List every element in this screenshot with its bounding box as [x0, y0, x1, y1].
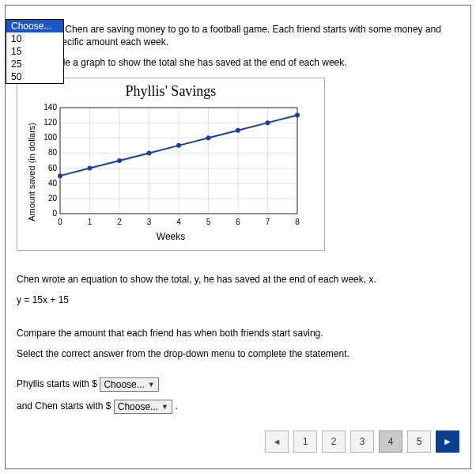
- chen-equation: y = 15x + 15: [17, 294, 459, 306]
- dropdown-chen[interactable]: Choose... ▼: [114, 400, 172, 414]
- svg-text:0: 0: [52, 209, 57, 218]
- next-page-button[interactable]: ►: [436, 430, 459, 453]
- svg-text:3: 3: [147, 218, 152, 226]
- chevron-down-icon: ▼: [148, 379, 155, 390]
- answer-sentence: Phyllis starts with $ Choose... ▼: [17, 377, 459, 392]
- page-number-group: 12345: [293, 430, 431, 453]
- dropdown-phyllis-value: Choose...: [104, 379, 144, 390]
- dropdown-phyllis-button[interactable]: Choose... ▼: [100, 377, 158, 392]
- svg-text:80: 80: [48, 148, 58, 157]
- chart-title: Phyllis' Savings: [24, 83, 318, 100]
- dropdown-option[interactable]: 10: [6, 32, 63, 45]
- dropdown-phyllis[interactable]: Choose... ▼: [100, 377, 158, 392]
- svg-point-43: [295, 112, 300, 117]
- chen-equation-intro: Chen wrote an equation to show the total…: [17, 273, 459, 286]
- dropdown-chen-value: Choose...: [118, 401, 158, 412]
- svg-point-39: [176, 142, 181, 147]
- page-number-button[interactable]: 5: [407, 430, 431, 453]
- page-number-button[interactable]: 3: [350, 430, 374, 453]
- svg-text:100: 100: [43, 133, 57, 142]
- svg-text:7: 7: [266, 218, 270, 226]
- chevron-down-icon: ▼: [161, 401, 168, 412]
- dropdown-option[interactable]: 15: [6, 45, 63, 58]
- arrow-left-icon: ◄: [273, 437, 281, 446]
- svg-point-40: [206, 135, 211, 140]
- svg-point-36: [88, 165, 93, 170]
- svg-point-37: [117, 158, 122, 163]
- svg-text:140: 140: [43, 103, 57, 112]
- svg-text:2: 2: [117, 218, 122, 226]
- dropdown-phyllis-list[interactable]: Choose...10152550: [6, 19, 64, 84]
- svg-point-38: [147, 150, 152, 155]
- y-axis-label: Amount saved (in dollars): [24, 123, 36, 222]
- svg-text:5: 5: [206, 218, 211, 226]
- svg-text:0: 0: [58, 218, 62, 226]
- svg-text:120: 120: [43, 118, 57, 127]
- sentence-part-b: and Chen starts with $: [17, 400, 114, 411]
- svg-text:4: 4: [176, 218, 181, 226]
- page-number-button[interactable]: 4: [379, 430, 402, 453]
- question-panel: { "intro_p1": "Phyllis and Chen are savi…: [5, 5, 471, 469]
- compare-instruction: Compare the amount that each friend has …: [17, 327, 459, 339]
- prev-page-button[interactable]: ◄: [265, 430, 289, 453]
- x-axis-label: Weeks: [157, 231, 185, 242]
- dropdown-chen-button[interactable]: Choose... ▼: [114, 400, 172, 414]
- page-number-button[interactable]: 1: [293, 430, 317, 453]
- dropdown-option[interactable]: 25: [6, 58, 63, 70]
- svg-text:60: 60: [48, 163, 58, 172]
- svg-text:8: 8: [295, 218, 300, 226]
- svg-text:1: 1: [88, 218, 93, 226]
- svg-point-41: [236, 127, 240, 132]
- svg-text:20: 20: [48, 193, 58, 202]
- svg-text:40: 40: [48, 178, 58, 187]
- line-chart: 012345678020406080100120140: [36, 103, 305, 229]
- savings-graph: Phyllis' Savings Amount saved (in dollar…: [17, 78, 325, 251]
- svg-text:6: 6: [236, 218, 240, 226]
- sentence-part-a: Phyllis starts with $: [17, 378, 97, 389]
- intro-paragraph-1: Phyllis and Chen are saving money to go …: [17, 23, 459, 48]
- dropdown-option[interactable]: 50: [6, 70, 63, 83]
- dropdown-option[interactable]: Choose...: [6, 20, 63, 32]
- intro-paragraph-2: Phyllis made a graph to show the total s…: [17, 56, 459, 69]
- page-number-button[interactable]: 2: [322, 430, 346, 453]
- select-instruction: Select the correct answer from the drop-…: [17, 347, 459, 360]
- pagination: ◄ 12345 ►: [265, 430, 459, 453]
- sentence-part-c: .: [175, 400, 177, 411]
- arrow-right-icon: ►: [443, 436, 452, 447]
- svg-point-42: [266, 120, 270, 125]
- svg-point-35: [58, 173, 62, 178]
